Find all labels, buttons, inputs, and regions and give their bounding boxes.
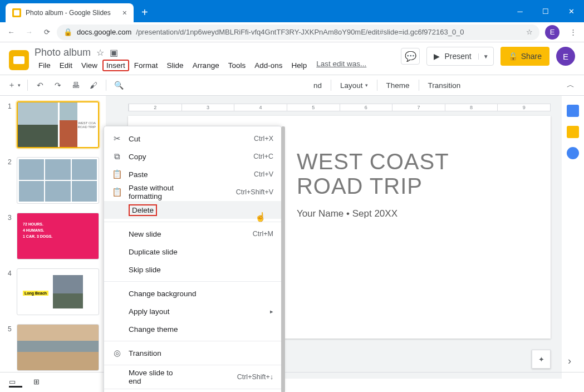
menu-item-label: Delete [129, 204, 157, 216]
transition-button[interactable]: Transition [424, 77, 465, 93]
background-button[interactable]: nd [309, 77, 326, 93]
browser-toolbar: ← → ⟳ 🔒 docs.google.com/presentation/d/1… [0, 22, 584, 42]
new-tab-button[interactable]: + [141, 6, 148, 19]
menu-addons[interactable]: Add-ons [251, 60, 286, 71]
menu-arrange[interactable]: Arrange [189, 60, 223, 71]
slide-textbox[interactable]: WEST COAST ROAD TRIP Your Name • Sept 20… [280, 116, 551, 339]
browser-tab[interactable]: Photo album - Google Slides × [6, 3, 134, 22]
slides-logo-icon[interactable] [9, 50, 29, 70]
menu-file[interactable]: File [35, 60, 55, 71]
present-dropdown[interactable]: ▼ [478, 53, 493, 60]
layout-button[interactable]: Layout [336, 77, 372, 93]
maximize-button[interactable]: ☐ [533, 0, 558, 22]
menu-item-transition[interactable]: ◎Transition [104, 344, 281, 362]
print-button[interactable]: 🖶 [68, 77, 84, 93]
workspace: 1 WEST COAROAD TRIP 2 3 72 HOURS. 4 HUMA… [0, 96, 584, 379]
📋-icon: 📋 [112, 169, 122, 179]
bookmark-star-icon[interactable]: ☆ [526, 28, 533, 36]
reload-button[interactable]: ⟳ [39, 24, 55, 40]
theme-button[interactable]: Theme [382, 77, 414, 93]
close-tab-icon[interactable]: × [122, 8, 127, 17]
star-doc-icon[interactable]: ☆ [96, 47, 104, 58]
menu-item-label: Copy [129, 153, 184, 161]
profile-avatar[interactable]: E [545, 25, 560, 40]
menu-item-copy[interactable]: ⧉CopyCtrl+C [104, 148, 281, 165]
present-button[interactable]: ▶ Present [427, 52, 478, 61]
menu-item-paste[interactable]: 📋PasteCtrl+V [104, 165, 281, 183]
menu-item-duplicate-slide[interactable]: Duplicate slide [104, 243, 281, 261]
menu-edit[interactable]: Edit [56, 60, 76, 71]
doc-title[interactable]: Photo album [35, 47, 91, 58]
browser-menu-icon[interactable]: ⋮ [565, 24, 581, 40]
menu-item-move-slide-to-end[interactable]: Move slide to endCtrl+Shift+↓ [104, 368, 281, 386]
slide-thumb-2[interactable] [17, 157, 99, 204]
menu-item-label: Transition [129, 349, 198, 357]
menu-tools[interactable]: Tools [224, 60, 250, 71]
move-folder-icon[interactable]: ▣ [110, 47, 118, 58]
menu-item-change-theme[interactable]: Change theme [104, 320, 281, 338]
slide-subtitle[interactable]: Your Name • Sept 20XX [297, 208, 534, 219]
menu-shortcut: Ctrl+X [254, 135, 273, 143]
menu-item-label: Duplicate slide [129, 248, 198, 256]
menu-item-label: Skip slide [129, 266, 198, 274]
filmstrip[interactable]: 1 WEST COAROAD TRIP 2 3 72 HOURS. 4 HUMA… [0, 96, 106, 379]
slide-thumb-1[interactable]: WEST COAROAD TRIP [17, 101, 99, 148]
bottom-bar: ▭ ⊞ [0, 372, 584, 392]
menu-item-apply-layout[interactable]: Apply layout [104, 302, 281, 320]
collapse-toolbar-icon[interactable]: ︿ [563, 77, 578, 93]
new-slide-button[interactable]: ＋ [6, 77, 23, 93]
menu-separator [104, 341, 281, 341]
menu-item-change-background[interactable]: Change background [104, 285, 281, 302]
last-edit-link[interactable]: Last edit was... [316, 60, 366, 71]
account-avatar[interactable]: E [556, 47, 575, 66]
✂-icon: ✂ [112, 134, 122, 144]
slide-thumb-5[interactable] [17, 324, 99, 371]
menu-item-skip-slide[interactable]: Skip slide [104, 261, 281, 278]
📋-icon: 📋 [112, 187, 122, 197]
menu-item-cut[interactable]: ✂CutCtrl+X [104, 130, 281, 148]
menu-separator [104, 389, 281, 389]
thumb-number: 2 [8, 157, 13, 204]
menu-slide[interactable]: Slide [163, 60, 188, 71]
zoom-button[interactable]: 🔍 [111, 77, 126, 93]
menu-insert[interactable]: Insert [102, 60, 129, 71]
menu-item-paste-without-formatting[interactable]: 📋Paste without formattingCtrl+Shift+V [104, 183, 281, 201]
undo-button[interactable]: ↶ [32, 77, 48, 93]
slide-title[interactable]: WEST COAST ROAD TRIP [297, 149, 534, 198]
paint-format-button[interactable]: 🖌 [86, 77, 101, 93]
redo-button[interactable]: ↷ [50, 77, 66, 93]
slides-app: Photo album ☆ ▣ File Edit View Insert Fo… [0, 42, 584, 392]
menu-item-new-slide[interactable]: New slideCtrl+M [104, 225, 281, 243]
share-button[interactable]: 🔒 Share [500, 47, 549, 66]
tasks-addon-icon[interactable] [567, 147, 579, 159]
grid-view-button[interactable]: ⊞ [33, 378, 47, 388]
menu-scrollbar[interactable] [281, 126, 285, 392]
menu-item-label: Paste [129, 170, 184, 179]
◎-icon: ◎ [112, 348, 122, 358]
menu-separator [104, 365, 281, 365]
menu-shortcut: Ctrl+M [253, 230, 273, 238]
minimize-button[interactable]: ─ [507, 0, 533, 22]
filmstrip-view-button[interactable]: ▭ [9, 378, 22, 388]
menu-help[interactable]: Help [287, 60, 311, 71]
slide-thumb-3[interactable]: 72 HOURS. 4 HUMANS. 1 CAR. 3 DOGS. [17, 213, 99, 259]
horizontal-ruler: 2 3 4 5 6 7 8 9 [128, 104, 551, 111]
cursor-pointer-icon: ☝ [255, 212, 266, 222]
tab-title: Photo album - Google Slides [26, 9, 118, 17]
explore-button[interactable]: ✦ [532, 350, 551, 369]
menu-view[interactable]: View [77, 60, 101, 71]
open-comments-button[interactable]: 💬 [401, 48, 420, 65]
back-button[interactable]: ← [3, 24, 19, 40]
calendar-addon-icon[interactable] [567, 105, 579, 117]
close-window-button[interactable]: ✕ [558, 0, 584, 22]
⧉-icon: ⧉ [112, 151, 122, 161]
menu-item-label: Paste without formatting [129, 184, 175, 200]
thumb-number: 5 [8, 324, 13, 371]
keep-addon-icon[interactable] [567, 126, 579, 138]
slide-thumb-4[interactable]: Long Beach [17, 268, 99, 315]
next-chevron-icon[interactable]: › [562, 353, 577, 369]
forward-button[interactable]: → [21, 24, 37, 40]
address-bar[interactable]: 🔒 docs.google.com/presentation/d/1np6wey… [57, 24, 539, 40]
thumb-number: 4 [8, 268, 13, 315]
menu-format[interactable]: Format [130, 60, 162, 71]
